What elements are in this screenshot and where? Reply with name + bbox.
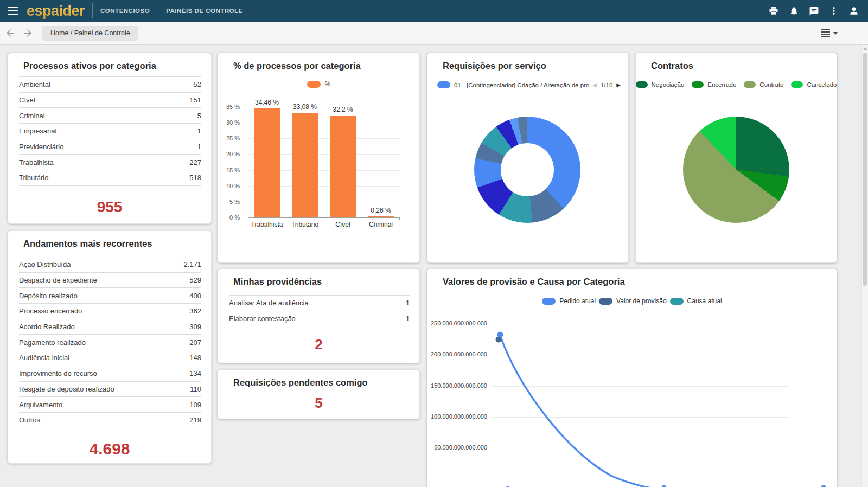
legend-item[interactable]: Negociação (636, 81, 685, 88)
table-row: Tributário518 (19, 170, 201, 186)
y-tick-label: 5 % (218, 198, 240, 205)
card-valores-provisao: Valores de provisão e Causa por Categori… (427, 268, 837, 487)
card-contratos: Contratos NegociaçãoEncerradoContratoCan… (635, 53, 837, 263)
bar-chart-legend: % (218, 80, 419, 88)
chat-icon[interactable] (808, 5, 819, 16)
table-row: Criminal5 (19, 108, 201, 124)
card-percent-processos: % de processos por categoria % 0 %5 %10 … (218, 53, 420, 263)
legend-label: % (325, 80, 331, 88)
table-row: Ambiental52 (19, 77, 201, 93)
providencias-table: Analisar Ata de audiência1Elaborar conte… (229, 295, 410, 326)
bar-value-label: 32,2 % (318, 106, 367, 113)
card-processos-ativos: Processos ativos por categoria Ambiental… (8, 53, 212, 224)
legend-swatch (307, 81, 321, 88)
table-row: Empresarial1 (19, 124, 201, 139)
y-tick-label: 30 % (218, 119, 240, 126)
card-title: Andamentos mais recorrentes (23, 239, 152, 249)
user-icon[interactable] (848, 5, 859, 16)
card-minhas-providencias: Minhas providências Analisar Ata de audi… (218, 268, 420, 363)
table-row: Ação Distribuída2.171 (19, 257, 201, 273)
donut-hole (501, 143, 554, 196)
y-tick-label: 15 % (218, 167, 240, 174)
pie-chart[interactable] (683, 117, 789, 223)
card-title: Minhas providências (233, 277, 322, 287)
printer-icon[interactable] (768, 5, 779, 16)
pendentes-total: 5 (218, 395, 419, 412)
legend-label: Contrato (760, 81, 783, 88)
legend-label: Cancelado (807, 81, 837, 88)
legend-label: 01 - [Contingenciador] Criação / Alteraç… (454, 82, 589, 88)
table-row: Improvimento do recurso134 (19, 366, 201, 382)
bar-Trabalhista[interactable] (254, 108, 280, 217)
legend-swatch (437, 81, 450, 88)
forward-arrow-icon[interactable] (21, 26, 35, 40)
legend-label: Negociação (652, 81, 685, 88)
table-row: Arquivamento109 (19, 397, 201, 413)
breadcrumb[interactable]: Home / Painel de Controle (42, 26, 138, 41)
table-row: Pagamento realizado207 (19, 335, 201, 350)
x-tick-label: Criminal (356, 221, 405, 228)
legend-item[interactable]: Contrato (744, 81, 783, 88)
bar-Criminal[interactable] (368, 216, 394, 217)
hamburger-menu-icon[interactable] (8, 7, 18, 15)
card-requisicoes-pendentes: Requisições pendentes comigo 5 (218, 369, 420, 419)
top-navbar: espaider CONTENCIOSO PAINÉIS DE CONTROLE (0, 0, 868, 22)
table-row: Depósito realizado400 (19, 288, 201, 304)
back-arrow-icon[interactable] (3, 26, 17, 40)
andamentos-table: Ação Distribuída2.171Despacho de expedie… (19, 257, 201, 428)
table-row: Outros219 (19, 413, 201, 428)
legend-label: Encerrado (707, 81, 736, 88)
legend-item[interactable]: Encerrado (692, 81, 736, 88)
line-chart-plot[interactable] (427, 269, 837, 487)
dashboard-page: espaider CONTENCIOSO PAINÉIS DE CONTROLE (0, 0, 868, 487)
bar-chart-plot: 34,46 %33,08 %32,2 %0,26 % (248, 107, 400, 217)
donut-chart[interactable] (474, 117, 580, 223)
scrollbar-thumb[interactable] (863, 53, 867, 286)
y-tick-label: 20 % (218, 151, 240, 157)
bar-Cível[interactable] (330, 116, 356, 217)
bell-icon[interactable] (788, 5, 799, 16)
caret-down-icon (833, 32, 838, 35)
legend-prev-icon[interactable]: ◀ (592, 82, 597, 88)
table-row: Acordo Realizado309 (19, 319, 201, 335)
nav-separator (92, 3, 93, 18)
bar-Tributário[interactable] (292, 113, 318, 217)
table-row: Previdenciário1 (19, 139, 201, 155)
card-andamentos: Andamentos mais recorrentes Ação Distrib… (8, 230, 212, 464)
legend-next-icon[interactable]: ▶ (616, 82, 621, 88)
breadcrumb-bar: Home / Painel de Controle (0, 22, 868, 45)
layout-options-button[interactable] (821, 29, 868, 37)
legend-item[interactable]: Cancelado (791, 81, 837, 88)
vertical-scrollbar[interactable] (861, 45, 868, 487)
table-row: Cível151 (19, 93, 201, 108)
pie-legend: NegociaçãoEncerradoContratoCancelado (636, 81, 837, 88)
espaider-logo: espaider (27, 0, 85, 22)
scroll-up-arrow[interactable] (863, 47, 867, 50)
table-row: Despacho de expediente529 (19, 273, 201, 289)
table-row: Trabalhista227 (19, 155, 201, 170)
chart-title: Contratos (651, 61, 693, 71)
legend-swatch (744, 81, 756, 88)
y-tick-label: 35 % (218, 104, 240, 110)
processos-total: 955 (8, 198, 211, 216)
bar-value-label: 0,26 % (356, 207, 405, 214)
card-title: Requisições pendentes comigo (233, 377, 368, 388)
y-tick-label: 25 % (218, 135, 240, 142)
processos-table: Ambiental52Cível151Criminal5Empresarial1… (19, 76, 201, 186)
nav-item-contencioso[interactable]: CONTENCIOSO (100, 8, 150, 14)
kebab-menu-icon[interactable] (828, 5, 839, 16)
card-requisicoes-servico: Requisições por serviço 01 - [Contingenc… (427, 53, 629, 263)
table-row: Processo encerrado362 (19, 304, 201, 319)
legend-swatch (791, 81, 803, 88)
chart-title: Requisições por serviço (443, 61, 546, 71)
legend-swatch (636, 81, 648, 88)
table-row: Audiência inicial148 (19, 350, 201, 366)
table-row: Resgate de depósito realizado110 (19, 382, 201, 398)
y-tick-label: 10 % (218, 183, 240, 189)
donut-legend: 01 - [Contingenciador] Criação / Alteraç… (437, 81, 621, 88)
navbar-actions (768, 5, 868, 16)
andamentos-total: 4.698 (8, 440, 211, 458)
nav-item-paineis[interactable]: PAINÉIS DE CONTROLE (166, 8, 243, 14)
providencias-total: 2 (218, 336, 419, 353)
chart-title: % de processos por categoria (233, 61, 361, 71)
